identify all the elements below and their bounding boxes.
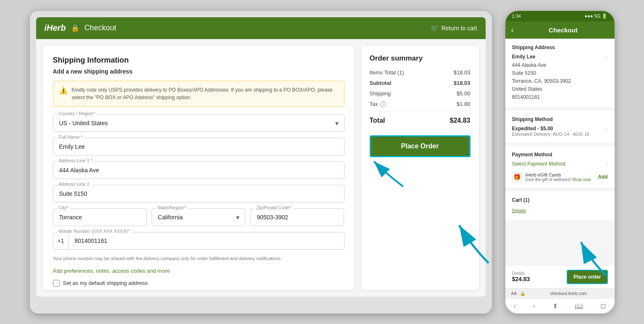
phone-prefix: +1 xyxy=(53,232,69,249)
address1-field[interactable]: Address Line 1 * xyxy=(53,161,344,179)
phone-address-line1: 444 Alaska Ave xyxy=(512,61,571,69)
tax-label: Tax i xyxy=(370,101,386,108)
phone-gift-title: iHerb eGift Cards xyxy=(526,172,591,177)
phone-status-bar: 1:34 ●●● 5G 🔋 xyxy=(505,11,615,21)
zip-label: Zip/Postal Code* xyxy=(255,205,293,210)
add-preferences-link[interactable]: Add preferences, notes, access codes and… xyxy=(53,268,344,274)
phone-address-line3: Torrance, CA, 90503-3902 xyxy=(512,77,571,85)
phone-back-button[interactable]: ‹ xyxy=(511,26,514,34)
country-label: Country / Region* xyxy=(57,111,97,116)
phone-shipping-method-title: Shipping Method xyxy=(512,116,608,122)
phone-tabs-icon[interactable]: ⊡ xyxy=(600,302,606,310)
phone-url-text: checkout.iherb.com xyxy=(528,291,609,296)
phone-signal: ●●● 5G 🔋 xyxy=(585,13,608,19)
phone-header: ‹ Checkout xyxy=(505,21,615,39)
items-total-label: Items Total (1) xyxy=(370,69,404,76)
phone-label: Mobile Number (XXX XXX XXXX)* xyxy=(57,229,131,234)
phone-input[interactable] xyxy=(68,232,344,249)
phone-payment-chevron[interactable]: › xyxy=(605,161,607,169)
phone-url-prefix: AA xyxy=(511,291,517,296)
phone-shipping-address-title: Shipping Address xyxy=(512,45,608,50)
phone-forward-nav-icon[interactable]: › xyxy=(533,302,535,310)
select-payment-link[interactable]: Select Payment Method xyxy=(512,161,565,167)
order-summary-panel: Order summary Items Total (1) $18.03 Sub… xyxy=(361,46,479,290)
shop-now-link[interactable]: Shop now xyxy=(572,177,591,182)
place-order-button[interactable]: Place Order xyxy=(370,135,471,157)
add-address-subtitle: Add a new shipping address xyxy=(53,68,344,75)
total-label: Total xyxy=(370,117,385,124)
usps-warning: ⚠️ Kindly note only USPS provides delive… xyxy=(53,81,344,107)
return-to-cart-button[interactable]: 🛒 Return to cart xyxy=(431,25,477,32)
order-summary-title: Order summary xyxy=(370,54,471,63)
address2-input[interactable] xyxy=(53,185,344,203)
phone-gift-row: 🎁 iHerb eGift Cards Give the gift of wel… xyxy=(512,172,608,182)
total-row: Total $24.83 xyxy=(370,111,471,124)
total-value: $24.83 xyxy=(450,117,471,124)
phone-footer-label: Details xyxy=(512,271,530,276)
city-label: City* xyxy=(57,205,70,210)
default-address-label: Set as my default shipping address xyxy=(63,280,148,286)
phone-address-line2: Suite 5150 xyxy=(512,69,571,77)
state-field[interactable]: State/Region* California xyxy=(152,208,245,226)
address2-label: Address Line 2 xyxy=(57,182,91,187)
header-title: Checkout xyxy=(84,24,116,32)
country-field[interactable]: Country / Region* US - United States xyxy=(53,114,344,132)
gift-icon: 🎁 xyxy=(512,172,522,182)
phone-bookmarks-icon[interactable]: 📖 xyxy=(575,302,583,310)
phone-nav-bar: ‹ › ⬆ 📖 ⊡ xyxy=(505,298,615,313)
place-order-arrow xyxy=(361,157,412,191)
phone-add-gift-link[interactable]: Add xyxy=(598,174,607,180)
city-field[interactable]: City* xyxy=(53,208,147,226)
shipping-panel: Shipping Information Add a new shipping … xyxy=(43,46,355,290)
phone-time: 1:34 xyxy=(512,13,521,18)
phone-payment-method-title: Payment Method xyxy=(512,152,608,158)
phone-mockup: 1:34 ●●● 5G 🔋 ‹ Checkout Shipping Addres… xyxy=(505,11,615,313)
address2-field[interactable]: Address Line 2 xyxy=(53,185,344,203)
shipping-row: Shipping $5.00 xyxy=(370,90,471,97)
phone-header-title: Checkout xyxy=(518,26,609,34)
phone-cart-title: Cart (1) xyxy=(512,197,608,203)
phone-place-order-button[interactable]: Place order xyxy=(567,270,607,284)
phone-share-icon[interactable]: ⬆ xyxy=(552,302,558,310)
tax-row: Tax i $1.80 xyxy=(370,101,471,108)
phone-shipping-method-sub: Estimated Delivery: AUG 14 - AUG 16 xyxy=(512,132,590,137)
phone-shipping-chevron[interactable]: › xyxy=(605,126,607,133)
zip-field[interactable]: Zip/Postal Code* xyxy=(250,208,344,226)
phone-cart-section: Cart (1) Details xyxy=(505,191,615,220)
zip-input[interactable] xyxy=(250,208,344,226)
default-address-checkbox[interactable] xyxy=(53,280,60,287)
phone-back-nav-icon[interactable]: ‹ xyxy=(514,302,516,310)
return-to-cart-label: Return to cart xyxy=(442,25,477,32)
phone-address-phone: 8014001161 xyxy=(512,93,571,101)
phone-address-chevron[interactable]: › xyxy=(605,54,607,61)
full-name-field[interactable]: Full Name * xyxy=(53,138,344,155)
phone-body: Shipping Address Emily Lee 444 Alaska Av… xyxy=(505,39,615,303)
lock-icon: 🔒 xyxy=(71,24,79,32)
phone-field[interactable]: Mobile Number (XXX XXX XXXX)* +1 xyxy=(53,232,344,250)
phone-lock-icon: 🔒 xyxy=(520,291,525,296)
address1-input[interactable] xyxy=(53,161,344,179)
items-total-row: Items Total (1) $18.03 xyxy=(370,69,471,76)
phone-gift-sub: Give the gift of wellness! Shop now xyxy=(526,177,591,182)
phone-address-line4: United States xyxy=(512,85,571,93)
phone-shipping-method-section: Shipping Method Expedited - $5.00 Estima… xyxy=(505,111,615,142)
phone-url-bar: AA 🔒 checkout.iherb.com xyxy=(505,288,615,298)
warning-icon: ⚠️ xyxy=(59,87,68,95)
shipping-label: Shipping xyxy=(370,90,391,97)
full-name-label: Full Name * xyxy=(57,134,84,140)
full-name-input[interactable] xyxy=(53,138,344,155)
address1-label: Address Line 1 * xyxy=(57,158,95,163)
phone-payment-method-section: Payment Method Select Payment Method › 🎁… xyxy=(505,146,615,188)
phone-details-link[interactable]: Details xyxy=(512,208,526,213)
items-total-value: $18.03 xyxy=(454,69,471,76)
state-label: State/Region* xyxy=(156,205,188,210)
tax-info-icon[interactable]: i xyxy=(380,101,386,107)
default-address-row: Set as my default shipping address xyxy=(53,280,344,287)
shipping-title: Shipping Information xyxy=(53,56,344,65)
subtotal-row: Subtotal $18.03 xyxy=(370,80,471,86)
city-input[interactable] xyxy=(53,208,147,226)
phone-note: Your phone number may be shared with the… xyxy=(53,256,344,262)
state-select[interactable]: California xyxy=(152,208,245,226)
country-select[interactable]: US - United States xyxy=(53,114,344,132)
phone-footer: Details $24.83 Place order xyxy=(505,265,615,288)
